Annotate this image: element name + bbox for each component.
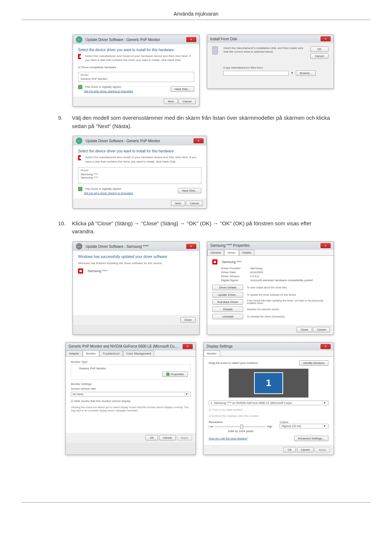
content: ← Update Driver Software - Generic PnP M…	[0, 34, 392, 480]
hardware-icon	[78, 155, 81, 160]
device-name: Samsung ****	[87, 269, 107, 273]
have-disk-button[interactable]: Have Disk...	[178, 188, 201, 193]
tab-monitor[interactable]: Monitor	[204, 350, 220, 356]
uninstall-button[interactable]: Uninstall	[212, 314, 243, 319]
dialog-body: Samsung **** Driver Provider:Samsung Dri…	[207, 256, 334, 325]
cancel-button[interactable]: Cancel	[313, 327, 330, 332]
drag-label: Drag the icons to match your monitors.	[209, 361, 258, 365]
model-listbox[interactable]: Model Generic PnP Monitor	[78, 72, 194, 82]
advanced-button[interactable]: Advanced Settings...	[294, 436, 328, 441]
refresh-label: Screen refresh rate:	[71, 387, 191, 390]
dialog-display-settings: Display Settings × Monitor Drag the icon…	[203, 342, 334, 455]
dialog-title-text: Display Settings	[207, 344, 233, 348]
tab-general[interactable]: General	[207, 250, 224, 255]
colors-label: Colors:	[279, 420, 328, 424]
step-9: 9. Välj den modell som överensstämmer me…	[58, 114, 334, 208]
dialog-buttons: Close Cancel	[207, 325, 334, 335]
close-icon[interactable]: ×	[320, 243, 331, 248]
dialog-body: Drag the icons to match your monitors. I…	[204, 357, 334, 445]
close-icon[interactable]: ×	[183, 344, 193, 349]
tab-details[interactable]: Details	[239, 250, 254, 255]
dialog-buttons: Close	[73, 315, 199, 325]
back-icon[interactable]: ←	[76, 138, 82, 144]
disable-button[interactable]: Disable	[212, 307, 243, 312]
colors-dropdown[interactable]: Highest (32 bit)▼	[279, 424, 328, 428]
ok-button[interactable]: OK	[283, 447, 296, 452]
monitor-preview[interactable]: 1	[229, 369, 309, 398]
close-button[interactable]: Close	[297, 327, 312, 332]
monitor-type-label: Monitor Type	[71, 360, 191, 364]
dialog-buttons: Next Cancel	[73, 198, 207, 208]
hardware-icon	[78, 268, 83, 274]
cancel-button[interactable]: Cancel	[297, 447, 314, 452]
tab-troubleshoot[interactable]: Troubleshoot	[99, 350, 123, 356]
next-button[interactable]: Next	[164, 99, 177, 104]
driver-details-button[interactable]: Driver Details	[212, 285, 243, 290]
step-number: 9.	[58, 114, 68, 130]
hide-modes-checkbox[interactable]: ☑ Hide modes that this monitor cannot di…	[71, 399, 191, 403]
dialog-buttons: OK Cancel Apply	[66, 433, 196, 443]
tab-color-mgmt[interactable]: Color Management	[123, 350, 154, 356]
dialog-titlebar: Install From Disk ×	[207, 35, 334, 43]
figure-row-1: ← Update Driver Software - Generic PnP M…	[73, 34, 334, 107]
back-icon[interactable]: ←	[76, 36, 82, 43]
cancel-button[interactable]: Cancel	[179, 99, 196, 104]
hardware-icon	[78, 54, 81, 59]
tab-adapter[interactable]: Adapter	[66, 350, 82, 356]
dialog-title-text: Update Driver Software - Generic PnP Mon…	[86, 139, 160, 143]
signing-link[interactable]: Tell me why driver signing is important	[84, 192, 133, 195]
ok-button[interactable]: OK	[146, 435, 158, 440]
apply-button[interactable]: Apply	[315, 447, 330, 452]
monitor-select[interactable]: 1. Samsung **** on NVIDIA GeForce 6600 L…	[209, 401, 328, 405]
signing-link[interactable]: Tell me why driver signing is important	[84, 90, 133, 93]
cancel-button[interactable]: Cancel	[159, 435, 176, 440]
tab-monitor[interactable]: Monitor	[83, 350, 99, 356]
browse-button[interactable]: Browse...	[296, 70, 316, 76]
cancel-button[interactable]: Cancel	[186, 201, 203, 206]
extend-checkbox: ☑ Extend the desktop onto this monitor	[209, 414, 328, 418]
dialog-body: Select the device driver you want to ins…	[73, 44, 199, 97]
properties-button[interactable]: Properties	[162, 372, 188, 377]
next-button[interactable]: Next	[171, 201, 185, 206]
rollback-button[interactable]: Roll Back Driver	[212, 299, 243, 305]
dialog-update-driver-1: ← Update Driver Software - Generic PnP M…	[73, 34, 200, 107]
refresh-dropdown[interactable]: 60 Hertz▼	[71, 392, 191, 397]
ok-button[interactable]: OK	[310, 46, 328, 52]
model-listbox[interactable]: Model Samsung **** Samsung ****	[78, 167, 201, 184]
main-monitor-checkbox: ☑ This is my main monitor	[209, 408, 328, 411]
monitor-1-icon[interactable]: 1	[254, 372, 283, 394]
best-display-link[interactable]: How do I get the best display?	[209, 437, 248, 440]
close-icon[interactable]: ×	[320, 344, 331, 349]
device-name: Samsung ****	[222, 260, 242, 264]
back-icon: ←	[76, 243, 82, 250]
close-icon[interactable]: ×	[186, 37, 196, 42]
dialog-heading: Select the device driver you want to ins…	[78, 48, 194, 52]
cancel-button[interactable]: Cancel	[310, 53, 328, 59]
dialog-body: Select the device driver you want to ins…	[73, 145, 207, 198]
close-button[interactable]: Close	[180, 317, 196, 323]
step-number: 10.	[58, 219, 68, 236]
figure-row-step10a: ← Update Driver Software - Samsung **** …	[73, 241, 334, 335]
copy-label: Copy manufacturer's files from:	[223, 66, 328, 69]
tab-driver[interactable]: Driver	[224, 250, 238, 255]
close-icon[interactable]: ×	[193, 138, 204, 143]
close-icon[interactable]: ×	[320, 36, 331, 41]
dialog-titlebar: Display Settings ×	[204, 342, 334, 350]
show-compatible-checkbox[interactable]: ☑ Show compatible hardware	[78, 66, 194, 69]
dialog-desc: Select the manufacturer and model of you…	[85, 155, 201, 163]
apply-button[interactable]: Apply	[177, 435, 192, 440]
resolution-label: Resolution:	[209, 420, 272, 424]
dialog-update-success: ← Update Driver Software - Samsung **** …	[73, 241, 200, 335]
hardware-icon	[212, 259, 217, 264]
update-driver-button[interactable]: Update Driver...	[212, 292, 243, 297]
page-header: Använda mjukvaran	[22, 0, 370, 20]
dialog-titlebar: ← Update Driver Software - Samsung **** …	[73, 242, 199, 251]
resolution-slider[interactable]	[215, 426, 266, 427]
dialog-title-text: Samsung **** Properties	[210, 243, 250, 247]
dialog-titlebar: Generic PnP Monitor and NVIDIA GeForce 6…	[66, 342, 196, 350]
figure-row-step10b: Generic PnP Monitor and NVIDIA GeForce 6…	[65, 342, 334, 455]
identify-button[interactable]: Identify Monitors	[299, 360, 328, 366]
have-disk-button[interactable]: Have Disk...	[171, 86, 194, 92]
close-icon[interactable]: ×	[186, 244, 196, 249]
path-input[interactable]	[223, 71, 289, 76]
